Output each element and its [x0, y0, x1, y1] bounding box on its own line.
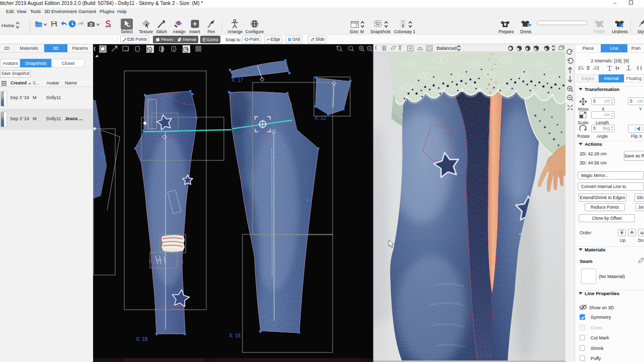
- svg-text:X: 17: X: 17: [231, 77, 244, 83]
- svg-text:X: 16: X: 16: [229, 333, 241, 338]
- svg-text:X: 18: X: 18: [136, 336, 148, 342]
- svg-text:X: 22: X: 22: [314, 115, 327, 121]
- svg-text:Balanced: Balanced: [437, 45, 457, 51]
- svg-text:i: i: [173, 47, 175, 52]
